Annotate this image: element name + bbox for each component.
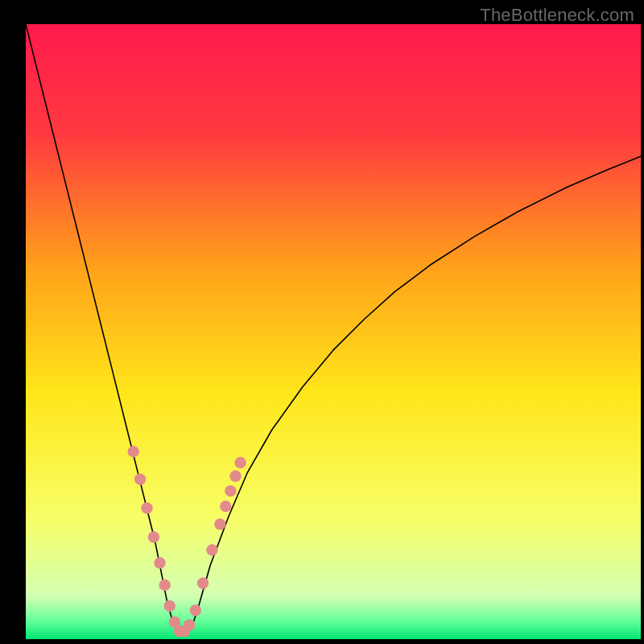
highlight-point (220, 501, 231, 512)
highlight-point (134, 473, 146, 485)
highlight-point (141, 502, 152, 514)
highlight-point (190, 605, 201, 616)
highlight-point (154, 557, 165, 568)
highlight-point (206, 544, 217, 555)
highlight-point (197, 577, 208, 588)
highlight-point (214, 518, 225, 530)
highlight-point (234, 457, 246, 469)
bottleneck-chart: TheBottleneck.com (0, 0, 644, 644)
chart-svg (0, 0, 644, 644)
highlight-point (229, 470, 241, 481)
highlight-point (159, 580, 170, 591)
highlight-point (184, 619, 195, 630)
highlight-point (225, 485, 236, 497)
highlight-point (164, 601, 175, 612)
highlight-point (148, 531, 159, 543)
plot-background (26, 24, 641, 639)
watermark-text: TheBottleneck.com (480, 5, 634, 26)
highlight-point (128, 446, 139, 457)
